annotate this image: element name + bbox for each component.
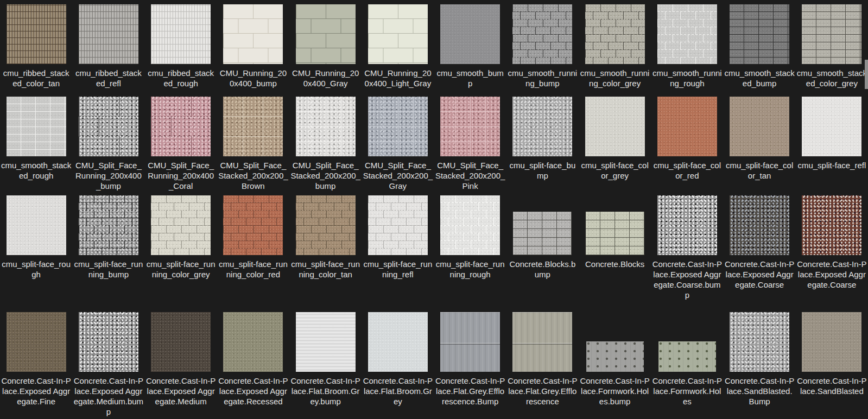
material-tile[interactable]: cmu_smooth_bump (434, 0, 506, 93)
material-tile[interactable]: Concrete.Cast-In-Place.Exposed Aggregate… (0, 309, 72, 419)
material-tile[interactable]: cmu_smooth_running_color_grey (579, 0, 651, 93)
texture-thumb[interactable] (368, 4, 428, 64)
texture-thumb[interactable] (296, 97, 356, 156)
scrollbar-thumb[interactable] (865, 60, 868, 89)
texture-thumb[interactable] (296, 312, 356, 372)
material-tile[interactable]: Concrete.Cast-In-Place.Exposed Aggregate… (796, 192, 868, 309)
texture-thumb[interactable] (151, 195, 211, 255)
texture-thumb[interactable] (802, 4, 861, 64)
material-tile[interactable]: CMU_Split_Face_Stacked_200x200_Pink (434, 93, 506, 192)
material-tile[interactable]: Concrete.Cast-In-Place.SandBlasted.Bump (724, 309, 796, 419)
texture-thumb[interactable] (368, 195, 428, 255)
material-tile[interactable]: Concrete.Cast-In-Place.Formwork.Holes.bu… (579, 309, 651, 419)
material-tile[interactable]: CMU_Split_Face_Running_200x400_bump (72, 93, 144, 192)
texture-thumb[interactable] (151, 4, 211, 64)
texture-thumb[interactable] (440, 4, 500, 64)
texture-thumb[interactable] (802, 195, 861, 255)
scrollbar-track[interactable] (865, 0, 868, 419)
texture-thumb[interactable] (440, 195, 500, 255)
material-tile[interactable]: cmu_smooth_running_bump (506, 0, 579, 93)
texture-thumb[interactable] (657, 4, 717, 64)
texture-thumb[interactable] (586, 212, 644, 255)
material-tile[interactable]: CMU_Running_200x400_bump (217, 0, 289, 93)
texture-thumb[interactable] (79, 4, 138, 64)
texture-thumb[interactable] (223, 312, 283, 372)
texture-thumb[interactable] (802, 97, 861, 156)
texture-thumb[interactable] (513, 212, 572, 255)
material-tile[interactable]: Concrete.Cast-In-Place.Exposed Aggregate… (724, 192, 796, 309)
texture-thumb[interactable] (585, 97, 645, 156)
material-tile[interactable]: cmu_smooth_stacked_bump (724, 0, 796, 93)
material-tile[interactable]: cmu_smooth_running_rough (651, 0, 723, 93)
texture-thumb[interactable] (7, 4, 66, 64)
texture-thumb[interactable] (368, 312, 428, 372)
texture-thumb[interactable] (440, 312, 500, 372)
texture-thumb[interactable] (223, 97, 283, 156)
material-tile[interactable]: cmu_split-face_color_grey (579, 93, 651, 192)
material-tile[interactable]: CMU_Split_Face_Stacked_200x200_Brown (217, 93, 289, 192)
material-tile[interactable]: cmu_smooth_stacked_rough (0, 93, 72, 192)
texture-thumb[interactable] (730, 97, 789, 156)
material-tile[interactable]: cmu_split-face_bump (506, 93, 579, 192)
material-tile[interactable]: cmu_split-face_color_red (651, 93, 723, 192)
texture-thumb[interactable] (657, 97, 717, 156)
texture-thumb[interactable] (730, 4, 789, 64)
material-tile[interactable]: cmu_split-face_running_color_red (217, 192, 289, 309)
material-tile[interactable]: CMU_Split_Face_Stacked_200x200_bump (289, 93, 362, 192)
texture-thumb[interactable] (7, 97, 66, 156)
texture-thumb[interactable] (79, 312, 138, 372)
texture-thumb[interactable] (657, 195, 717, 255)
texture-thumb-area (796, 312, 868, 372)
material-tile[interactable]: cmu_split-face_running_bump (72, 192, 144, 309)
material-tile[interactable]: Concrete.Cast-In-Place.Exposed Aggregate… (72, 309, 144, 419)
texture-thumb[interactable] (296, 4, 356, 64)
material-tile[interactable]: Concrete.Cast-In-Place.Exposed Aggregate… (651, 192, 723, 309)
material-tile[interactable]: Concrete.Cast-In-Place.Flat.Broom.Grey (362, 309, 434, 419)
material-tile[interactable]: Concrete.Cast-In-Place.Exposed Aggregate… (145, 309, 217, 419)
texture-thumb[interactable] (586, 341, 644, 372)
texture-thumb[interactable] (802, 312, 861, 372)
material-tile[interactable]: cmu_smooth_stacked_color_grey (796, 0, 868, 93)
texture-thumb[interactable] (512, 97, 572, 156)
texture-thumb[interactable] (585, 4, 645, 64)
texture-thumb[interactable] (223, 195, 283, 255)
material-tile[interactable]: cmu_split-face_running_refl (362, 192, 434, 309)
material-tile[interactable]: CMU_Split_Face_Running_200x400_Coral (145, 93, 217, 192)
material-tile[interactable]: Concrete.Blocks.bump (506, 192, 579, 309)
material-tile[interactable]: CMU_Running_200x400_Light_Gray (362, 0, 434, 93)
texture-thumb[interactable] (440, 97, 500, 156)
texture-thumb[interactable] (223, 4, 283, 64)
texture-thumb[interactable] (730, 312, 789, 372)
material-tile[interactable]: cmu_split-face_refl (796, 93, 868, 192)
texture-thumb[interactable] (512, 312, 572, 372)
material-tile[interactable]: Concrete.Cast-In-Place.SandBlasted (796, 309, 868, 419)
material-tile[interactable]: cmu_split-face_running_rough (434, 192, 506, 309)
texture-thumb[interactable] (730, 195, 789, 255)
material-tile[interactable]: cmu_ribbed_stacked_refl (72, 0, 144, 93)
material-tile[interactable]: cmu_split-face_color_tan (724, 93, 796, 192)
material-tile[interactable]: cmu_split-face_rough (0, 192, 72, 309)
material-tile[interactable]: Concrete.Cast-In-Place.Flat.Grey.Efflore… (506, 309, 579, 419)
texture-thumb[interactable] (7, 195, 66, 255)
texture-thumb[interactable] (151, 312, 211, 372)
texture-thumb[interactable] (79, 97, 138, 156)
texture-thumb[interactable] (296, 195, 356, 255)
texture-thumb[interactable] (151, 97, 211, 156)
material-tile[interactable]: cmu_ribbed_stacked_color_tan (0, 0, 72, 93)
texture-thumb[interactable] (658, 341, 716, 372)
material-tile[interactable]: Concrete.Cast-In-Place.Exposed Aggregate… (217, 309, 289, 419)
material-tile[interactable]: cmu_split-face_running_color_grey (145, 192, 217, 309)
material-tile[interactable]: cmu_ribbed_stacked_rough (145, 0, 217, 93)
texture-label: cmu_smooth_stacked_bump (724, 68, 795, 88)
material-tile[interactable]: Concrete.Cast-In-Place.Flat.Broom.Grey.b… (289, 309, 362, 419)
material-tile[interactable]: Concrete.Cast-In-Place.Flat.Grey.Efflore… (434, 309, 506, 419)
texture-thumb[interactable] (512, 4, 572, 64)
texture-thumb[interactable] (79, 195, 138, 255)
material-tile[interactable]: CMU_Running_200x400_Gray (289, 0, 362, 93)
material-tile[interactable]: CMU_Split_Face_Stacked_200x200_Gray (362, 93, 434, 192)
material-tile[interactable]: cmu_split-face_running_color_tan (289, 192, 362, 309)
texture-thumb[interactable] (7, 312, 66, 372)
material-tile[interactable]: Concrete.Blocks (579, 192, 651, 309)
material-tile[interactable]: Concrete.Cast-In-Place.Formwork.Holes (651, 309, 723, 419)
texture-thumb[interactable] (368, 97, 428, 156)
